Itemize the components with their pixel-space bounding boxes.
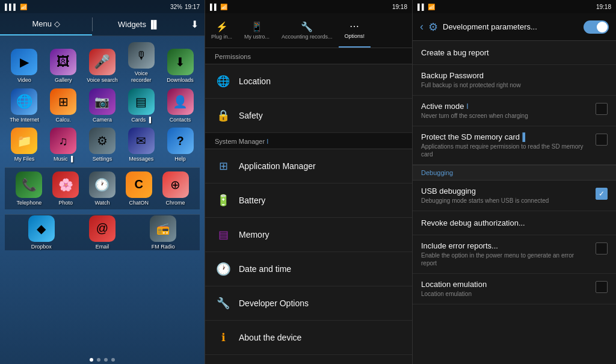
watch-label: Watch xyxy=(94,200,109,206)
app-settings[interactable]: ⚙ Settings xyxy=(85,128,119,162)
settings-panel: ▌▌ 📶 19:18 ⚡ Plug in... 📱 My ustro... 🔧 … xyxy=(205,0,412,364)
settings-location[interactable]: 🌐 Location xyxy=(205,64,412,99)
app-dropbox[interactable]: ◆ Dropbox xyxy=(25,215,58,250)
app-photo[interactable]: 🌸 Photo xyxy=(49,171,82,206)
settings-safety[interactable]: 🔒 Safety xyxy=(205,99,412,133)
downloads-icon: ⬇ xyxy=(167,49,194,75)
dock-2: ◆ Dropbox @ Email 📻 FM Radio xyxy=(5,214,200,250)
app-cards[interactable]: ▤ Cards ▐ xyxy=(125,88,158,123)
settings-date-time[interactable]: 🕐 Date and time xyxy=(205,252,412,286)
settings-label: Settings xyxy=(93,156,112,162)
messages-label: Messages xyxy=(129,156,153,162)
downloads-label: Downloads xyxy=(167,77,194,84)
dev-header: ‹ ⚙ Development parameters... xyxy=(413,13,616,41)
app-help[interactable]: ? Help xyxy=(164,128,197,162)
app-downloads[interactable]: ⬇ Downloads xyxy=(164,49,197,84)
chaton-icon: C xyxy=(126,171,152,198)
app-watch[interactable]: 🕐 Watch xyxy=(85,171,119,206)
app-chaton[interactable]: C ChatON xyxy=(122,171,155,206)
dev-backup-password[interactable]: Backup Password Full backup is not prote… xyxy=(413,65,616,96)
active-mode-checkbox[interactable] xyxy=(596,103,608,115)
home-tab-bar: Menu ◇ Widgets ▐▌ ⬇ xyxy=(0,13,205,36)
dev-include-error[interactable]: Include error reports... Enable the opti… xyxy=(413,235,616,274)
include-error-checkbox[interactable] xyxy=(596,242,608,254)
app-row-3: 📁 My Files ♫ Music ▐ ⚙ Settings ✉ Messag… xyxy=(5,128,200,162)
app-gallery[interactable]: 🖼 Gallery xyxy=(47,49,80,84)
system-manager-label: System Manager xyxy=(215,138,265,145)
app-telephone[interactable]: 📞 Telephone xyxy=(13,171,46,206)
dev-location-emulation[interactable]: Location emulation Location emulation xyxy=(413,274,616,304)
download-icon: ⬇ xyxy=(191,19,199,30)
app-my-files[interactable]: 📁 My Files xyxy=(8,128,41,162)
download-tab[interactable]: ⬇ xyxy=(185,13,205,35)
chrome-label: Chrome xyxy=(166,200,185,206)
dropbox-icon: ◆ xyxy=(28,215,55,242)
dev-active-mode[interactable]: Active mode I Never turn off the screen … xyxy=(413,96,616,126)
dev-toggle[interactable] xyxy=(584,20,609,34)
settings-memory[interactable]: ▤ Memory xyxy=(205,218,412,252)
back-icon[interactable]: ‹ xyxy=(420,20,424,33)
tab-menu-label: Menu ◇ xyxy=(32,19,60,28)
application-manager-icon: ⊞ xyxy=(215,158,232,174)
settings-about-device[interactable]: ℹ About the device xyxy=(205,321,412,355)
tab-widgets[interactable]: Widgets ▐▌ xyxy=(93,13,185,35)
tab-plug-in[interactable]: ⚡ Plug in... xyxy=(205,13,238,48)
telephone-icon: 📞 xyxy=(16,171,42,198)
application-manager-label: Application Manager xyxy=(239,161,316,171)
tab-my-ustro[interactable]: 📱 My ustro... xyxy=(238,13,276,48)
dev-revoke-debug[interactable]: Revoke debug authorization... xyxy=(413,211,616,235)
battery-percent: 32% xyxy=(170,4,182,10)
app-contacts[interactable]: 👤 Contacts xyxy=(164,88,197,123)
system-manager-header: System Manager I xyxy=(205,133,412,149)
debugging-label: Debugging xyxy=(421,169,453,176)
app-grid: ▶ Video 🖼 Gallery 🎤 Voice search 🎙 Voice… xyxy=(0,36,205,356)
dev-usb-debugging[interactable]: USB debugging Debugging mode starts when… xyxy=(413,180,616,211)
settings-battery[interactable]: 🔋 Battery xyxy=(205,184,412,218)
protect-sd-checkbox[interactable] xyxy=(596,134,608,146)
usb-debugging-subtitle: Debugging mode starts when USB is connec… xyxy=(421,197,591,205)
chrome-icon: ⊕ xyxy=(162,171,189,198)
dev-protect-sd-text: Protect the SD memory card▐ Applications… xyxy=(421,132,591,158)
location-emulation-checkbox[interactable] xyxy=(596,281,608,293)
calculator-label: Calcu. xyxy=(55,117,71,123)
dot-4 xyxy=(111,358,115,362)
tab-options[interactable]: ⋯ Options! xyxy=(339,13,371,48)
app-messages[interactable]: ✉ Messages xyxy=(125,128,158,162)
app-email[interactable]: @ Email xyxy=(85,215,119,250)
app-fm-radio[interactable]: 📻 FM Radio xyxy=(147,215,180,250)
about-device-label: About the device xyxy=(239,333,301,342)
settings-application-manager[interactable]: ⊞ Application Manager xyxy=(205,149,412,184)
tab-accounting[interactable]: 🔧 Accounting records... xyxy=(276,13,339,48)
app-video[interactable]: ▶ Video xyxy=(8,49,41,84)
settings-developer-options[interactable]: 🔧 Developer Options xyxy=(205,286,412,321)
internet-icon: 🌐 xyxy=(11,88,37,115)
dev-status-icons: ▌▌ 📶 xyxy=(417,4,435,10)
safety-label: Safety xyxy=(239,111,263,120)
dev-toggle-knob xyxy=(597,22,608,32)
dev-status-bar: ▌▌ 📶 19:18 xyxy=(413,0,616,13)
memory-label: Memory xyxy=(239,230,270,239)
messages-icon: ✉ xyxy=(128,128,155,154)
dev-active-mode-text: Active mode I Never turn off the screen … xyxy=(421,102,591,120)
app-voice-search[interactable]: 🎤 Voice search xyxy=(85,49,119,84)
app-chrome[interactable]: ⊕ Chrome xyxy=(159,171,192,206)
photo-icon: 🌸 xyxy=(52,171,79,198)
app-camera[interactable]: 📷 Camera xyxy=(85,88,119,123)
app-calculator[interactable]: ⊞ Calcu. xyxy=(47,88,80,123)
date-time-icon: 🕐 xyxy=(215,261,232,277)
app-voice-recorder[interactable]: 🎙 Voice recorder xyxy=(125,42,158,84)
dev-create-bug-report[interactable]: Create a bug report xyxy=(413,41,616,65)
tab-menu[interactable]: Menu ◇ xyxy=(0,13,92,35)
plug-in-icon: ⚡ xyxy=(216,21,228,32)
dev-protect-sd[interactable]: Protect the SD memory card▐ Applications… xyxy=(413,126,616,165)
debugging-header: Debugging xyxy=(413,165,616,180)
music-icon: ♫ xyxy=(50,128,76,154)
status-left: ▌▌▌ 📶 xyxy=(5,4,27,10)
protect-sd-subtitle: Applications must require permission to … xyxy=(421,143,591,158)
usb-debugging-checkbox[interactable]: ✓ xyxy=(596,188,608,200)
app-music[interactable]: ♫ Music ▐ xyxy=(47,128,80,162)
location-label: Location xyxy=(239,76,271,86)
dev-panel: ▌▌ 📶 19:18 ‹ ⚙ Development parameters...… xyxy=(412,0,616,364)
app-row-1: ▶ Video 🖼 Gallery 🎤 Voice search 🎙 Voice… xyxy=(5,42,200,84)
app-internet[interactable]: 🌐 The Internet xyxy=(8,88,41,123)
